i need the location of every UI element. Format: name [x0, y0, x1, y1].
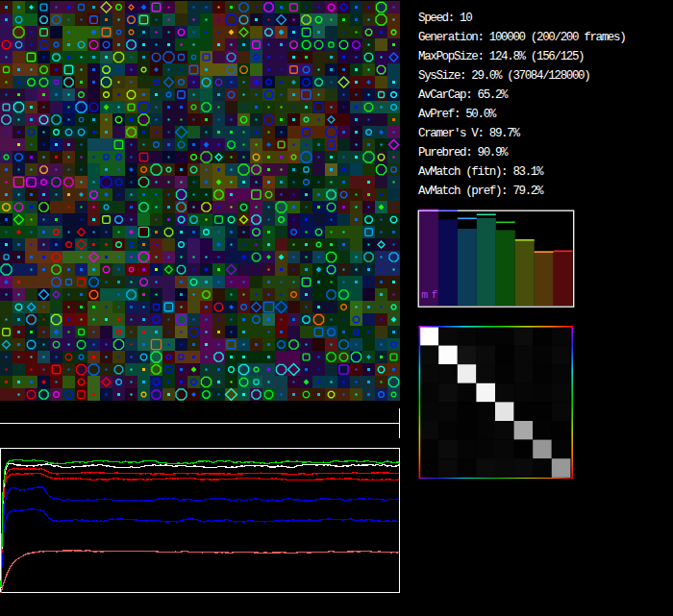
svg-text:m f: m f	[421, 288, 437, 301]
